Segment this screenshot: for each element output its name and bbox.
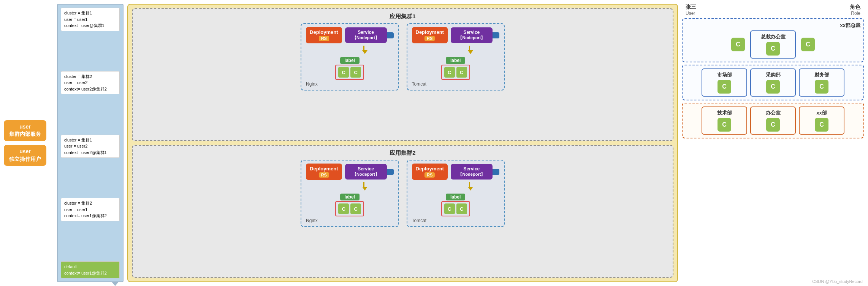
dept-finance: 财务部 C	[799, 68, 844, 97]
app-cluster-2: 应用集群2 Deployment RS Service 【Nodeport】	[132, 145, 673, 278]
tomcat-label-2: Tomcat	[412, 218, 427, 223]
tomcat-service-1: Service 【Nodeport】	[451, 27, 493, 43]
context-item-2: cluster = 集群2 user = user2 context= user…	[61, 71, 120, 95]
nginx-deployment-1: Deployment RS	[306, 27, 342, 43]
mid-role-row: 市场部 C 采购部 C 财务部 C	[686, 68, 860, 97]
user-sub: User	[686, 11, 696, 16]
dept-tech: 技术部 C	[702, 106, 747, 135]
nginx-deployment-2: Deployment RS	[306, 164, 342, 180]
tomcat-label-pods-1: label C C	[441, 57, 470, 80]
nginx-service-1: Service 【Nodeport】	[345, 27, 387, 43]
nodeport-connector-3	[386, 169, 394, 175]
tomcat-service-group-2: Deployment RS Service 【Nodeport】	[407, 160, 505, 227]
top-left-c: C	[731, 38, 745, 51]
dept-president-office: 总裁办公室 C	[750, 30, 796, 59]
tomcat-deployment-1: Deployment RS	[412, 27, 448, 43]
nginx-label-pods-1: label C C	[335, 57, 364, 80]
app-cluster-2-title: 应用集群2	[138, 149, 667, 157]
role-group-orange: 技术部 C 办公室 C xx部 C	[682, 103, 864, 138]
right-panel: 张三 User 角色 Role xx部总裁 C 总裁办公室 C	[682, 4, 864, 282]
context-panel: cluster = 集群1 user = user1 context= user…	[57, 4, 124, 282]
tomcat-service-group-1: Deployment RS Service 【Nodeport】	[407, 23, 505, 91]
top-group-label: xx部总裁	[686, 22, 860, 29]
nodeport-connector-4	[492, 169, 499, 175]
app-cluster-1: 应用集群1 Deployment RS Service 【Nodeport】	[132, 8, 673, 141]
nodeport-connector-1	[386, 32, 394, 38]
tomcat-label-1: Tomcat	[412, 81, 427, 87]
dept-market: 市场部 C	[702, 68, 747, 97]
president-c: C	[766, 42, 780, 56]
context-item-3: cluster = 集群1 user = user2 context= user…	[61, 135, 120, 158]
standalone-user-btn[interactable]: user 独立操作用户	[4, 145, 46, 166]
tomcat-service-2: Service 【Nodeport】	[451, 164, 493, 180]
dept-xx: xx部 C	[799, 106, 844, 135]
nginx-label-pods-2: label C C	[335, 194, 364, 216]
cluster-area: 应用集群1 Deployment RS Service 【Nodeport】	[127, 4, 678, 282]
tomcat-deployment-2: Deployment RS	[412, 164, 448, 180]
context-item-4: cluster = 集群2 user = user1 context= user…	[61, 198, 120, 221]
top-right-c: C	[801, 38, 815, 51]
nginx-label-1: Nginx	[306, 81, 318, 87]
left-panel: user 集群内部服务 user 独立操作用户	[4, 4, 53, 282]
cluster-service-btn[interactable]: user 集群内部服务	[4, 120, 46, 141]
nginx-service-2: Service 【Nodeport】	[345, 164, 387, 180]
nginx-label-2: Nginx	[306, 218, 318, 223]
dept-purchase: 采购部 C	[750, 68, 796, 97]
role-label: 角色	[850, 4, 860, 11]
tomcat-label-pods-2: label C C	[441, 194, 470, 216]
top-role-row: C 总裁办公室 C C	[686, 30, 860, 59]
role-group-blue: xx部总裁 C 总裁办公室 C C	[682, 18, 864, 62]
dept-office: 办公室 C	[750, 106, 796, 135]
watermark: CSDN @Ybb_studyRecord	[812, 279, 863, 284]
bot-role-row: 技术部 C 办公室 C xx部 C	[686, 106, 860, 135]
context-item-default: default context= user1@集群2	[61, 261, 120, 278]
nginx-service-group-1: Deployment RS Service 【Nodeport】	[301, 23, 399, 91]
right-header: 张三 User 角色 Role	[682, 4, 864, 16]
app-cluster-1-title: 应用集群1	[138, 13, 667, 20]
context-item-1: cluster = 集群1 user = user1 context= user…	[61, 8, 120, 31]
nginx-service-group-2: Deployment RS Service 【Nodeport】	[301, 160, 399, 227]
role-sub: Role	[850, 11, 860, 16]
user-name: 张三	[686, 4, 696, 11]
role-group-mid: 市场部 C 采购部 C 财务部 C	[682, 65, 864, 100]
nodeport-connector-2	[492, 32, 499, 38]
